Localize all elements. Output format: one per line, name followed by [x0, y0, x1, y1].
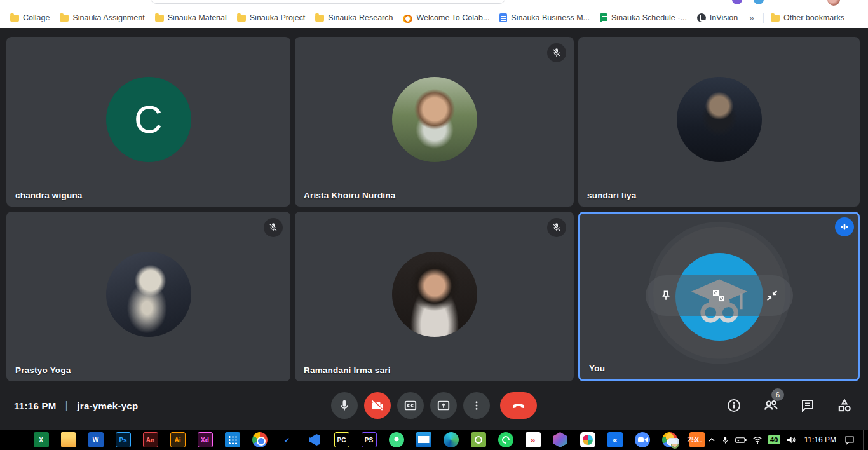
android-icon[interactable] [389, 432, 404, 447]
battery-percent-badge[interactable]: 40 [768, 435, 780, 444]
bookmark-welcome-to-colab[interactable]: Welcome To Colab... [398, 11, 494, 24]
xd-icon[interactable]: Xd [198, 432, 213, 447]
checkmark-icon[interactable]: ✔ [280, 432, 295, 447]
hang-up-button[interactable] [500, 392, 537, 419]
tray-mic-icon[interactable] [721, 435, 729, 445]
system-tray: 25... 40 11:16 PM [665, 430, 865, 450]
oc-icon[interactable]: ∝ [607, 432, 623, 447]
notification-center-icon[interactable] [844, 435, 855, 445]
bookmark-sinauka-assignment[interactable]: Sinauka Assignment [55, 11, 149, 24]
participant-tile-prastyo[interactable]: Prastyo Yoga [6, 212, 290, 381]
bookmark-label: Sinauka Assignment [72, 13, 144, 22]
browser-profile-avatar[interactable] [827, 0, 840, 6]
activities-icon [836, 397, 853, 414]
folder-icon [155, 15, 164, 22]
colab-icon [403, 15, 412, 21]
participant-name: Arista Khoiru Nurdina [304, 191, 395, 200]
participants-button[interactable]: 6 [761, 396, 780, 415]
other-bookmarks-button[interactable]: Other bookmarks [766, 11, 850, 24]
folder-icon [237, 15, 246, 22]
present-button[interactable] [430, 392, 457, 419]
more-options-button[interactable] [463, 392, 490, 419]
pin-icon[interactable] [660, 289, 672, 303]
tray-battery-icon[interactable] [735, 436, 747, 444]
clock-time: 11:16 PM [14, 400, 57, 411]
vscode-icon[interactable] [307, 432, 322, 447]
captions-button[interactable] [397, 392, 424, 419]
bookmark-sinauka-project[interactable]: Sinauka Project [232, 11, 311, 24]
remove-from-layout-icon[interactable] [711, 288, 726, 303]
weather-temperature[interactable]: 25... [687, 435, 702, 444]
address-bar-fragment[interactable] [150, 0, 506, 4]
camera-off-button[interactable] [364, 392, 391, 419]
participant-tile-you[interactable]: You [578, 212, 860, 381]
photoshop-icon[interactable]: Ps [116, 432, 131, 447]
bookmark-collage[interactable]: Collage [5, 11, 55, 24]
calendar-icon[interactable] [225, 432, 240, 447]
edge-icon[interactable] [444, 432, 459, 447]
windows-taskbar: XWPsAnAiXd✔PCPS∞∝X 25... 40 11:16 PM [0, 430, 868, 450]
chrome-icon[interactable] [252, 432, 268, 447]
google-docs-icon [499, 13, 507, 22]
participant-tile-ramandani[interactable]: Ramandani Irma sari [295, 212, 574, 381]
invision-icon [697, 13, 706, 22]
zoom-icon[interactable] [635, 432, 650, 447]
bookmarks-divider: | [762, 12, 764, 24]
participants-count-badge: 6 [771, 388, 784, 401]
illustrator-icon[interactable]: Ai [170, 432, 186, 447]
windows-start-icon[interactable] [6, 432, 22, 447]
red-swirl-icon[interactable]: ∞ [526, 432, 541, 447]
camera-green-icon[interactable] [471, 432, 486, 447]
mic-muted-badge [264, 218, 283, 237]
weather-icon [665, 433, 681, 447]
bookmark-sinauka-material[interactable]: Sinauka Material [150, 11, 232, 24]
bookmark-invision[interactable]: InVision [692, 11, 743, 24]
slack-icon[interactable] [580, 432, 595, 447]
avatar-photo [106, 251, 191, 336]
folder-icon [10, 15, 19, 22]
bookmark-sinauka-schedule[interactable]: Sinauka Schedule -... [595, 11, 692, 24]
participant-tile-chandra-wiguna[interactable]: C chandra wiguna [6, 37, 290, 207]
bookmark-label: Sinauka Project [250, 13, 306, 22]
chat-icon [800, 398, 815, 413]
minimize-icon[interactable] [765, 289, 779, 303]
show-desktop-button[interactable] [863, 430, 865, 450]
whatsapp-icon[interactable] [498, 432, 513, 447]
participant-tile-arista[interactable]: Arista Khoiru Nurdina [295, 37, 574, 207]
mic-off-icon [552, 48, 562, 58]
divider: | [65, 399, 69, 412]
other-bookmarks-label: Other bookmarks [783, 13, 844, 22]
extension-icon[interactable] [754, 0, 764, 4]
meeting-details-button[interactable] [724, 396, 743, 415]
bookmark-sinauka-research[interactable]: Sinauka Research [310, 11, 398, 24]
participant-tile-sundari[interactable]: sundari liya [578, 37, 860, 207]
activities-button[interactable] [835, 396, 854, 415]
google-sheets-icon [600, 13, 607, 22]
excel-icon[interactable]: X [34, 432, 49, 447]
mail-icon[interactable] [416, 432, 431, 447]
tray-wifi-icon[interactable] [752, 436, 763, 444]
participant-name: You [589, 364, 605, 373]
avatar-photo [392, 251, 477, 336]
mic-off-icon [552, 222, 562, 233]
mic-icon [338, 399, 351, 412]
tray-chevron-up-icon[interactable] [708, 436, 715, 444]
call-end-icon [511, 398, 526, 413]
animate-icon[interactable]: An [143, 432, 158, 447]
pycharm-icon[interactable]: PC [334, 432, 349, 447]
chat-button[interactable] [798, 396, 817, 415]
microphone-button[interactable] [331, 392, 358, 419]
extension-icon[interactable] [732, 0, 742, 4]
bookmarks-overflow-chevron[interactable]: » [743, 13, 761, 23]
file-explorer-icon[interactable] [61, 432, 76, 447]
word-icon[interactable]: W [88, 432, 104, 447]
bookmark-sinauka-business[interactable]: Sinauka Business M... [494, 11, 595, 24]
taskbar-clock[interactable]: 11:16 PM [802, 435, 839, 444]
hexagon-icon[interactable] [553, 432, 568, 447]
tray-speaker-icon[interactable] [786, 435, 796, 444]
participant-name: Prastyo Yoga [15, 365, 71, 375]
avatar-initial: C [134, 97, 163, 142]
bookmark-label: Welcome To Colab... [416, 13, 489, 22]
phpstorm-icon[interactable]: PS [362, 432, 377, 447]
weather-icon[interactable] [665, 433, 681, 447]
